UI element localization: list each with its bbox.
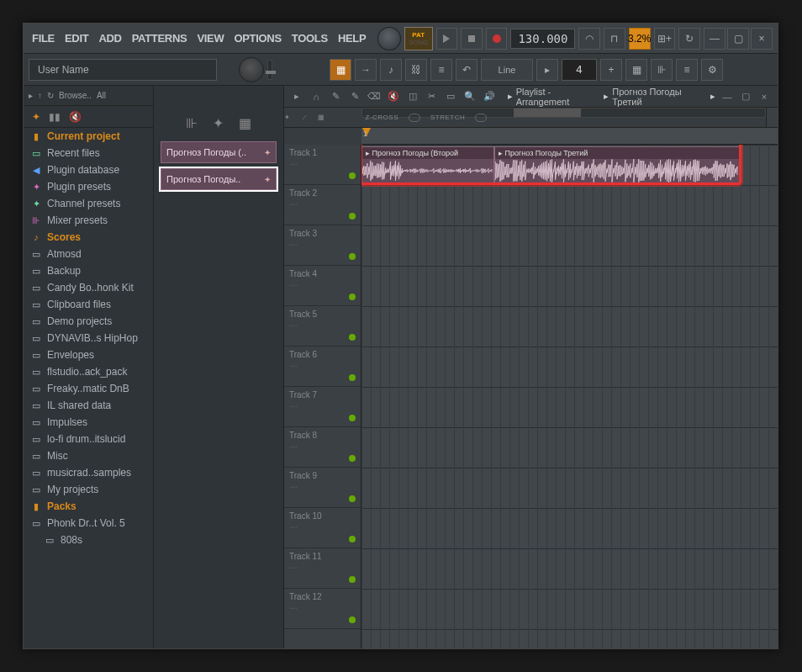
- track-header-7[interactable]: Track 7…: [284, 387, 361, 427]
- timeline-ruler[interactable]: 1: [361, 128, 778, 145]
- channel-mode-1-icon[interactable]: ⊪: [186, 115, 198, 131]
- menu-options[interactable]: OPTIONS: [230, 32, 284, 45]
- snap-type[interactable]: Line: [481, 59, 533, 81]
- track-header-3[interactable]: Track 3…: [284, 225, 361, 266]
- pat-song-toggle[interactable]: PAT SONG: [404, 27, 433, 50]
- menu-add[interactable]: ADD: [95, 32, 124, 45]
- track-header-1[interactable]: Track 1…: [284, 145, 361, 185]
- brush-icon[interactable]: ✎: [347, 88, 363, 105]
- track-mute-dot[interactable]: [349, 455, 356, 462]
- pattern-add-icon[interactable]: +: [600, 59, 622, 81]
- browser-item-20[interactable]: ▭musicrad..samples: [24, 464, 153, 481]
- loop-record-icon[interactable]: ↻: [678, 28, 700, 50]
- minimize-button[interactable]: —: [704, 28, 725, 50]
- browser-item-8[interactable]: ▭Backup: [24, 262, 153, 279]
- track-grid[interactable]: ▸ Прогноз Погоды (Второй▸ Прогноз Погоды…: [361, 145, 778, 648]
- undo-icon[interactable]: ↶: [456, 59, 478, 81]
- view-mixer-icon[interactable]: ≡: [430, 59, 452, 81]
- track-menu-icon[interactable]: …: [289, 238, 356, 247]
- countdown-icon[interactable]: 3.2%: [629, 28, 651, 50]
- track-menu-icon[interactable]: …: [289, 319, 356, 328]
- track-menu-icon[interactable]: …: [289, 440, 356, 449]
- track-header-10[interactable]: Track 10…: [284, 508, 361, 548]
- play-button[interactable]: [436, 28, 458, 50]
- mute-icon[interactable]: 🔇: [385, 88, 401, 105]
- view-stepseq-icon[interactable]: →: [355, 59, 377, 81]
- browser-item-13[interactable]: ▭Envelopes: [24, 347, 153, 363]
- browser-item-11[interactable]: ▭Demo projects: [24, 313, 153, 330]
- browser-item-24[interactable]: ▭808s: [24, 532, 153, 548]
- browser-item-16[interactable]: ▭IL shared data: [24, 397, 153, 414]
- browser-item-23[interactable]: ▭Phonk Dr..t Vol. 5: [24, 515, 153, 532]
- track-menu-icon[interactable]: …: [289, 198, 356, 207]
- pattern-play-icon[interactable]: ▸: [536, 59, 558, 81]
- selector1[interactable]: ✦: [284, 114, 291, 121]
- browser-item-17[interactable]: ▭Impulses: [24, 414, 153, 431]
- menu-edit[interactable]: EDIT: [61, 32, 92, 45]
- browser-item-6[interactable]: ♪Scores: [24, 229, 153, 246]
- track-header-5[interactable]: Track 5…: [284, 306, 361, 347]
- menu-help[interactable]: HELP: [335, 32, 369, 45]
- zcross-toggle[interactable]: [409, 114, 420, 122]
- view-playlist-icon[interactable]: ▦: [330, 59, 351, 81]
- tab-mute-icon[interactable]: 🔇: [69, 111, 82, 123]
- track-mute-dot[interactable]: [349, 334, 356, 341]
- tempo-display[interactable]: 130.000: [510, 29, 575, 49]
- browser-item-22[interactable]: ▮Packs: [24, 498, 153, 515]
- browser-item-14[interactable]: ▭flstudio..ack_pack: [24, 363, 153, 380]
- browser-item-3[interactable]: ✦Plugin presets: [24, 178, 153, 195]
- tab-files-icon[interactable]: ▮▮: [49, 111, 61, 123]
- track-header-9[interactable]: Track 9…: [284, 468, 361, 508]
- menu-patterns[interactable]: PATTERNS: [129, 32, 191, 45]
- master-pitch-knob[interactable]: [239, 57, 264, 82]
- track-mute-dot[interactable]: [349, 536, 356, 542]
- track-menu-icon[interactable]: …: [289, 157, 356, 167]
- selector2[interactable]: ⟋: [301, 114, 309, 121]
- pl-minimize[interactable]: —: [719, 88, 736, 105]
- up-icon[interactable]: ↑: [38, 91, 42, 100]
- slider[interactable]: [267, 60, 272, 80]
- browser-item-2[interactable]: ◀Plugin database: [24, 161, 153, 178]
- track-mute-dot[interactable]: [349, 616, 356, 623]
- playback-icon[interactable]: 🔊: [482, 88, 498, 105]
- track-header-8[interactable]: Track 8…: [284, 427, 361, 468]
- track-mute-dot[interactable]: [349, 294, 356, 300]
- sample-chip-1[interactable]: Прогноз Погоды..✦: [161, 168, 277, 190]
- close-button[interactable]: ×: [751, 28, 773, 50]
- track-menu-icon[interactable]: …: [289, 521, 356, 530]
- stretch-toggle[interactable]: [475, 114, 487, 122]
- playlist-menu-icon[interactable]: ▸: [289, 88, 305, 105]
- arrangement-name[interactable]: Прогноз Погоды Третий: [612, 87, 707, 107]
- browser-item-19[interactable]: ▭Misc: [24, 447, 153, 464]
- pl-maximize[interactable]: ▢: [737, 88, 754, 105]
- browser-item-9[interactable]: ▭Candy Bo..honk Kit: [24, 279, 153, 296]
- select-icon[interactable]: ▭: [443, 88, 459, 105]
- track-menu-icon[interactable]: …: [289, 278, 356, 288]
- browser-item-0[interactable]: ▮Current project: [24, 128, 153, 145]
- track-mute-dot[interactable]: [349, 415, 356, 421]
- scrollbar-thumb[interactable]: [514, 108, 581, 117]
- pencil-icon[interactable]: ✎: [328, 88, 344, 105]
- track-mute-dot[interactable]: [349, 213, 356, 220]
- track-menu-icon[interactable]: …: [289, 480, 356, 489]
- scrollbar-end[interactable]: [766, 108, 778, 127]
- master-volume-dial[interactable]: [377, 27, 401, 50]
- browser-item-15[interactable]: ▭Freaky..matic DnB: [24, 380, 153, 397]
- browser-item-21[interactable]: ▭My projects: [24, 481, 153, 498]
- browser-item-1[interactable]: ▭Recent files: [24, 145, 153, 161]
- view-pianoroll-icon[interactable]: ♪: [380, 59, 402, 81]
- wait-icon[interactable]: ⊓: [604, 28, 625, 50]
- browser-item-12[interactable]: ▭DYNAVIB..s HipHop: [24, 330, 153, 347]
- metronome-icon[interactable]: ◠: [578, 28, 600, 50]
- step-edit-icon[interactable]: ⊞+: [654, 28, 676, 50]
- menu-tools[interactable]: TOOLS: [288, 32, 331, 45]
- track-menu-icon[interactable]: …: [289, 359, 356, 368]
- menu-view[interactable]: VIEW: [193, 32, 227, 45]
- slice-icon[interactable]: ✂: [424, 88, 440, 105]
- collapse-icon[interactable]: ▸: [29, 91, 33, 100]
- channel-rack-icon[interactable]: ▦: [625, 59, 647, 81]
- track-mute-dot[interactable]: [349, 253, 356, 260]
- browser-item-7[interactable]: ▭Atmosd: [24, 246, 153, 262]
- view-browser-icon[interactable]: ⛓: [405, 59, 427, 81]
- eraser-icon[interactable]: ⌫: [367, 88, 383, 105]
